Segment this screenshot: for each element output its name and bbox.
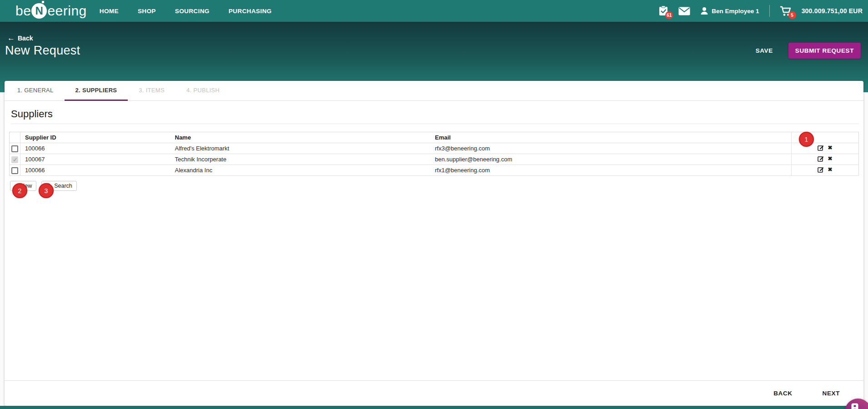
delete-icon[interactable]: ✖ <box>828 145 832 150</box>
request-wizard-card: 1. GENERAL 2. SUPPLIERS 3. ITEMS 4. PUBL… <box>5 81 863 406</box>
header-name: Name <box>171 132 431 143</box>
table-row: 100067 Technik Incorperate ben.supplier@… <box>10 154 859 165</box>
cell-email: rfx3@beneering.com <box>431 143 792 154</box>
topbar-right: 61 Ben Employee 1 5 300.009.751,00 EUR <box>658 5 868 17</box>
cell-email: rfx1@beneering.com <box>431 165 792 176</box>
header-checkbox-cell <box>10 132 20 143</box>
suppliers-section: Suppliers Supplier ID Name Email 100066 … <box>5 108 863 191</box>
cell-name: Alfred's Elektromarkt <box>171 143 431 154</box>
tab-general[interactable]: 1. GENERAL <box>6 81 65 101</box>
wizard-next-button[interactable]: NEXT <box>821 386 842 400</box>
annotation-marker-2: 2 <box>12 183 27 198</box>
title-divider <box>11 124 859 124</box>
messages-button[interactable] <box>678 7 690 15</box>
row-actions: ✖ <box>818 155 832 162</box>
header-supplier-id: Supplier ID <box>20 132 171 143</box>
tasks-button[interactable]: 61 <box>658 5 668 16</box>
cart-badge: 5 <box>788 11 796 19</box>
nav-item-shop[interactable]: SHOP <box>137 5 157 17</box>
logo-n-icon: N <box>31 3 47 19</box>
cart-total[interactable]: 300.009.751,00 EUR <box>802 7 863 15</box>
cell-supplier-id: 100067 <box>20 154 171 165</box>
tab-items: 3. ITEMS <box>128 81 176 101</box>
bottom-strip <box>0 406 868 409</box>
edit-icon[interactable] <box>818 155 824 162</box>
search-button-label: Search <box>54 183 72 189</box>
annotation-marker-1: 1 <box>799 132 814 147</box>
top-navigation-bar: be N eering HOME SHOP SOURCING PURCHASIN… <box>0 0 868 22</box>
submit-request-button[interactable]: SUBMIT REQUEST <box>788 43 861 59</box>
nav-item-home[interactable]: HOME <box>99 5 120 17</box>
nav-item-sourcing[interactable]: SOURCING <box>174 5 211 17</box>
table-row: 100066 Alfred's Elektromarkt rfx3@beneer… <box>10 143 859 154</box>
delete-icon[interactable]: ✖ <box>828 167 832 172</box>
row-checkbox[interactable] <box>11 167 18 174</box>
edit-icon[interactable] <box>818 145 824 151</box>
suppliers-table: Supplier ID Name Email 100066 Alfred's E… <box>9 132 859 176</box>
page-title: New Request <box>5 44 80 58</box>
edit-icon[interactable] <box>818 166 824 173</box>
topbar-divider <box>769 5 770 17</box>
person-icon <box>700 7 708 15</box>
logo-text-pre: be <box>15 3 31 19</box>
tab-suppliers[interactable]: 2. SUPPLIERS <box>65 81 128 101</box>
back-link[interactable]: ← Back <box>7 34 33 42</box>
annotation-marker-3: 3 <box>39 183 54 198</box>
wizard-footer: BACK NEXT <box>5 380 863 406</box>
nav-item-purchasing[interactable]: PURCHASING <box>228 5 273 17</box>
logo-dot <box>42 1 44 3</box>
tasks-badge: 61 <box>665 11 673 19</box>
row-actions: ✖ <box>818 145 832 151</box>
cart-button[interactable]: 5 <box>780 6 792 16</box>
cell-name: Alexandria Inc <box>171 165 431 176</box>
main-nav-links: HOME SHOP SOURCING PURCHASING <box>99 5 273 17</box>
robot-icon <box>852 403 858 409</box>
delete-icon[interactable]: ✖ <box>828 156 832 161</box>
cell-supplier-id: 100066 <box>20 143 171 154</box>
table-row: 100066 Alexandria Inc rfx1@beneering.com… <box>10 165 859 176</box>
header-email: Email <box>431 132 792 143</box>
section-title: Suppliers <box>11 108 859 120</box>
user-name: Ben Employee 1 <box>712 8 759 15</box>
user-menu[interactable]: Ben Employee 1 <box>700 7 759 15</box>
wizard-back-button[interactable]: BACK <box>772 386 794 400</box>
cell-supplier-id: 100066 <box>20 165 171 176</box>
back-label: Back <box>18 35 33 42</box>
logo-n-letter: N <box>35 5 43 17</box>
cell-email: ben.supplier@beneering.com <box>431 154 792 165</box>
back-arrow-icon: ← <box>7 34 15 42</box>
cell-name: Technik Incorperate <box>171 154 431 165</box>
mail-icon <box>678 7 690 15</box>
save-button[interactable]: SAVE <box>753 43 776 59</box>
table-header-row: Supplier ID Name Email <box>10 132 859 143</box>
logo-text-post: eering <box>47 3 86 19</box>
row-checkbox[interactable] <box>11 145 18 152</box>
tab-publish: 4. PUBLISH <box>176 81 231 101</box>
wizard-tabbar: 1. GENERAL 2. SUPPLIERS 3. ITEMS 4. PUBL… <box>5 81 863 101</box>
beneering-logo[interactable]: be N eering <box>15 3 87 19</box>
table-buttons: + New Search <box>10 181 859 191</box>
row-checkbox <box>11 156 18 163</box>
row-actions: ✖ <box>818 166 832 173</box>
hero-actions: SAVE SUBMIT REQUEST <box>753 43 861 59</box>
